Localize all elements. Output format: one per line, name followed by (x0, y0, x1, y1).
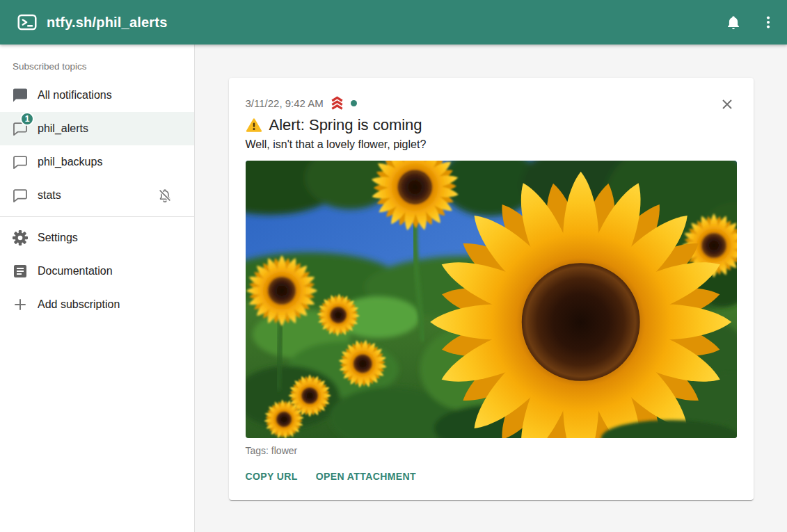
chat-bubble-outline-icon: 1 (12, 120, 29, 137)
notification-tags: Tags: flower (246, 445, 737, 456)
notification-body: Well, isn't that a lovely flower, piglet… (246, 138, 737, 151)
tags-value: flower (271, 445, 297, 456)
sidebar-item-label: Documentation (38, 265, 113, 277)
notification-actions: COPY URL OPEN ATTACHMENT (240, 465, 737, 487)
notification-title-row: Alert: Spring is coming (246, 116, 737, 134)
warning-emoji-icon (246, 118, 262, 133)
sidebar-item-settings[interactable]: Settings (0, 221, 194, 255)
plus-icon (12, 296, 29, 313)
notification-card: 3/11/22, 9:42 AM (229, 78, 754, 500)
chat-bubble-outline-icon (12, 187, 29, 204)
attachment-image[interactable] (246, 161, 737, 438)
notifications-bell-icon[interactable] (724, 13, 742, 31)
copy-url-button[interactable]: COPY URL (240, 465, 303, 487)
subscribed-topics-label: Subscribed topics (13, 61, 194, 72)
open-attachment-button[interactable]: OPEN ATTACHMENT (310, 465, 422, 487)
sidebar-item-label: stats (38, 189, 61, 202)
unread-count-badge: 1 (20, 112, 34, 126)
sidebar-item-phil-alerts[interactable]: 1 phil_alerts (0, 112, 194, 145)
chat-bubble-outline-icon (12, 154, 29, 170)
sidebar: Subscribed topics All notifications 1 ph… (0, 45, 195, 532)
article-icon (12, 263, 29, 280)
sidebar-divider (0, 216, 194, 217)
close-icon[interactable] (719, 96, 736, 113)
tags-label: Tags: (246, 445, 269, 456)
sidebar-item-phil-backups[interactable]: phil_backups (0, 145, 194, 179)
terminal-logo-icon (17, 12, 38, 33)
sidebar-item-label: phil_backups (38, 156, 102, 168)
settings-gear-icon (12, 229, 29, 246)
notification-timestamp: 3/11/22, 9:42 AM (246, 97, 324, 109)
sidebar-item-label: All notifications (38, 89, 112, 102)
sidebar-item-stats[interactable]: stats (0, 179, 194, 212)
kebab-menu-icon[interactable] (759, 13, 777, 31)
chat-bubble-filled-icon (12, 87, 29, 104)
main-content: 3/11/22, 9:42 AM (195, 45, 787, 532)
notification-title: Alert: Spring is coming (269, 116, 422, 134)
sidebar-item-add-subscription[interactable]: Add subscription (0, 288, 194, 321)
sidebar-item-label: Add subscription (38, 298, 120, 311)
notification-meta-row: 3/11/22, 9:42 AM (246, 96, 737, 111)
app-title: ntfy.sh/phil_alerts (47, 15, 167, 31)
app-bar: ntfy.sh/phil_alerts (0, 0, 787, 45)
unread-dot-icon (351, 100, 357, 106)
sidebar-item-documentation[interactable]: Documentation (0, 255, 194, 288)
notifications-off-icon (157, 188, 173, 203)
sidebar-item-label: phil_alerts (38, 122, 88, 135)
sidebar-item-all-notifications[interactable]: All notifications (0, 79, 194, 112)
sidebar-item-label: Settings (38, 232, 78, 244)
priority-max-icon (329, 96, 345, 111)
